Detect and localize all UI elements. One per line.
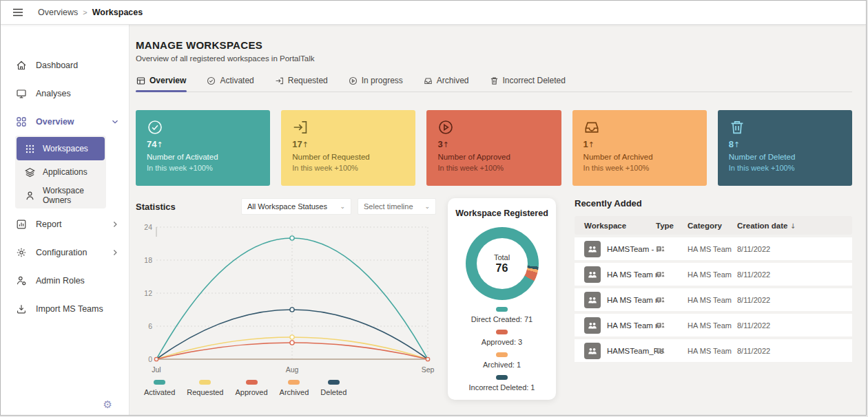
report-chart-icon [16,219,27,230]
person-gear-icon [16,275,27,286]
settings-gear-icon[interactable]: ⚙ [103,398,112,411]
legend-swatch [154,380,165,385]
sidebar-item-label: Applications [43,167,87,177]
sidebar-item-overview[interactable]: Overview [1,107,129,136]
trend-up-arrow: ↑ [443,140,449,149]
stat-cards: 74↑ Number of Activated In this week +10… [136,110,852,186]
breadcrumb: Overviews > Workspaces [38,8,143,17]
filter-placeholder: Select timeline [364,202,413,211]
workspace-name: HA MS Team n [607,321,660,330]
arrow-into-bracket-icon [292,119,309,136]
table-row[interactable]: HA MS Team n HA MS Team 8/11/2022 [575,314,852,336]
donut-legend-direct-created: Direct Created: 71 [453,307,550,323]
recently-added-section: Recently Added Workspace Type Category C… [575,198,852,362]
sidebar-item-label: Overview [36,117,74,127]
table-row[interactable]: HAMSTeam - F HA MS Team 8/11/2022 [575,237,852,260]
hamburger-menu-icon[interactable] [12,6,25,19]
card-value: 8↑ [729,139,841,149]
top-bar: Overviews > Workspaces [1,1,866,25]
card-value: 1↑ [583,139,696,149]
recently-added-title: Recently Added [575,198,852,208]
card-subtext: In this week +100% [147,164,259,172]
tab-label: Overview [149,76,186,85]
card-label: Number of Approved [437,153,550,161]
card-approved: 3↑ Number of Approved In this week +100% [426,110,561,186]
sidebar-item-import-ms-teams[interactable]: Import MS Teams [1,295,129,323]
card-archived: 1↑ Number of Archived In this week +100% [572,110,707,186]
table-row[interactable]: HA MS Team n HA MS Team 8/11/2022 [575,263,852,286]
workspace-creation-date: 8/11/2022 [737,347,852,355]
inbox-icon [583,119,600,136]
grid-icon [136,76,145,85]
tab-in-progress[interactable]: In progress [348,73,404,92]
page-subtitle: Overview of all registered workspaces in… [136,54,852,63]
card-label: Number of Requested [292,153,404,161]
workspace-avatar [584,292,601,308]
sidebar-item-report[interactable]: Report [1,210,129,238]
statistics-line-chart: 06121824JulAugSep [136,220,436,377]
donut-legend-archived: Archived: 1 [453,352,550,369]
sidebar-item-applications[interactable]: Applications [17,160,105,184]
grid-icon [16,116,27,127]
timeline-filter[interactable]: Select timeline ⌄ [358,198,436,215]
sidebar-item-admin-roles[interactable]: Admin Roles [1,266,129,295]
tab-label: Archived [437,76,469,85]
gear-icon [16,247,27,258]
table-row[interactable]: HA MS Team n HA MS Team 8/11/2022 [575,288,852,311]
monitor-icon [16,88,27,99]
card-subtext: In this week +100% [729,164,841,172]
workspace-category: HA MS Team [688,347,737,355]
donut-legend-incorrect-deleted: Incorrect Deleted: 1 [453,375,550,392]
workspace-creation-date: 8/11/2022 [737,321,852,330]
breadcrumb-overviews[interactable]: Overviews [38,8,78,17]
ms-teams-type-icon [656,295,688,304]
workspace-status-filter[interactable]: All Workspace Statuses ⌄ [241,198,351,215]
sidebar-item-analyses[interactable]: Analyses [1,79,129,107]
legend-item-activated: Activated [144,380,175,396]
legend-swatch [496,330,508,334]
page-title: MANAGE WORKSPACES [136,39,852,51]
tab-archived[interactable]: Archived [423,73,470,92]
svg-text:0: 0 [148,355,152,363]
arrow-into-bracket-icon [275,76,284,85]
svg-text:18: 18 [144,256,152,264]
check-circle-icon [207,76,216,85]
chevron-right-icon [111,220,119,228]
tab-label: Requested [288,76,328,85]
workspace-registered-donut: Total 76 [466,227,539,300]
tab-activated[interactable]: Activated [206,73,254,92]
trash-icon [729,119,745,136]
svg-text:24: 24 [144,223,152,231]
legend-swatch [496,375,508,380]
workspace-registered-card: Workspace Registered Total 76 Direct Cre… [448,198,556,400]
tab-overview[interactable]: Overview [136,73,187,92]
tab-bar: Overview Activated Requested In progress… [136,73,852,92]
card-label: Number of Activated [147,153,259,161]
table-row[interactable]: HAMSTeam_Re HA MS Team 8/11/2022 [575,339,852,362]
svg-text:12: 12 [144,289,152,297]
legend-item-archived: Archived [280,380,309,396]
donut-legend: Direct Created: 71 Approved: 3 Archived:… [453,307,550,392]
sidebar-item-label: Report [36,220,62,229]
tab-incorrect-deleted[interactable]: Incorrect Deleted [489,73,566,92]
sidebar-item-workspaces[interactable]: Workspaces [17,137,105,160]
chevron-down-icon: ⌄ [340,203,345,210]
main-content: MANAGE WORKSPACES Overview of all regist… [130,25,866,416]
sidebar-item-configuration[interactable]: Configuration [1,238,129,266]
card-value: 17↑ [292,139,404,149]
donut-title: Workspace Registered [453,208,550,218]
tab-requested[interactable]: Requested [274,73,329,92]
ms-teams-type-icon [656,244,688,253]
card-value: 74↑ [147,139,259,149]
card-subtext: In this week +100% [437,164,550,172]
inbox-icon [424,76,433,85]
card-activated: 74↑ Number of Activated In this week +10… [136,110,270,186]
column-creation-date[interactable]: Creation date ↓ [737,222,852,230]
workspace-name: HAMSTeam - F [607,245,661,253]
legend-swatch [496,307,508,312]
ms-teams-type-icon [656,270,688,279]
sidebar-item-workspace-owners[interactable]: Workspace Owners [17,184,105,207]
workspace-avatar [584,241,601,257]
workspace-category: HA MS Team [688,270,737,279]
sidebar-item-dashboard[interactable]: Dashboard [1,51,129,79]
